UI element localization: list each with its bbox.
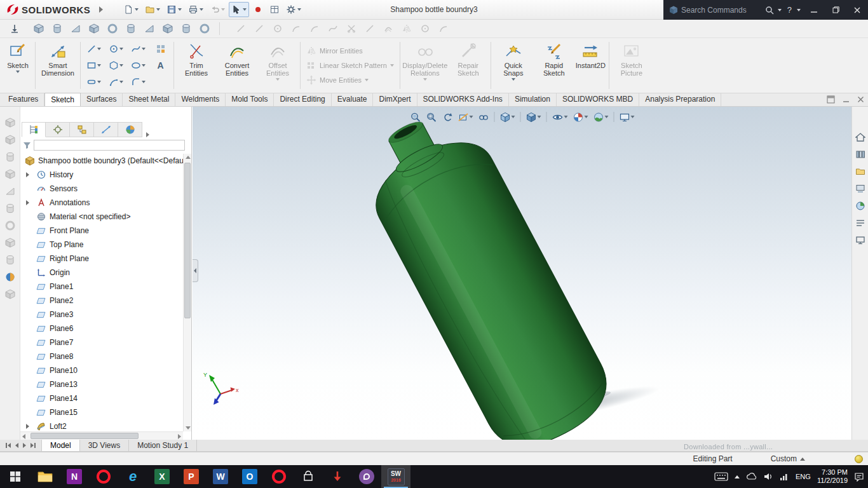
scroll-up-icon[interactable] [186,156,191,159]
tab-surfaces[interactable]: Surfaces [81,93,123,106]
dimxpertmanager-tab[interactable] [94,122,118,137]
panel-collapse-handle[interactable] [193,259,198,282]
record-macro-button[interactable] [250,2,266,17]
featuremanager-tab[interactable] [22,122,46,137]
search-scope-icon[interactable] [668,5,679,15]
slot-tool-button[interactable] [83,74,105,90]
sketch-tool-icon[interactable] [325,21,341,36]
tree-item[interactable]: Plane6 [20,322,183,336]
select-button[interactable] [229,2,249,17]
exit-sketch-button[interactable]: Sketch [3,38,33,93]
feature-tool-icon[interactable] [104,21,121,36]
view-palette-icon[interactable] [853,182,867,195]
propertymanager-tab[interactable] [46,122,70,137]
taskbar-viber[interactable] [352,465,381,488]
open-button[interactable] [142,2,163,17]
rapid-sketch-button[interactable]: Rapid Sketch [534,38,574,93]
unit-system-selector[interactable]: Custom [771,454,805,463]
feature-tool-icon[interactable] [49,21,65,36]
bottle-body[interactable] [347,107,621,440]
tree-item[interactable]: Right Plane [20,252,183,266]
tree-vertical-scrollbar[interactable] [183,154,191,431]
feature-tool-icon[interactable] [86,21,102,36]
tree-horizontal-scrollbar[interactable] [20,431,183,440]
feature-tool-icon[interactable] [159,21,176,36]
text-tool-button[interactable]: A [149,57,172,74]
tab-sketch[interactable]: Sketch [44,93,81,106]
taskbar-word[interactable]: W [206,465,235,488]
convert-entities-button[interactable]: Convert Entities [217,38,257,93]
expand-arrow-icon[interactable] [26,172,29,177]
zoom-to-fit-button[interactable] [408,110,423,124]
minimize-button[interactable] [803,0,825,20]
dropdown-caret-icon[interactable] [604,116,608,118]
sidebar-tool-icon[interactable] [4,117,16,128]
feature-tool-icon[interactable] [67,21,84,36]
sketch-tool-icon[interactable] [233,21,249,36]
tab-sheet-metal[interactable]: Sheet Metal [123,93,175,106]
sketch-tool-icon[interactable] [435,21,452,36]
tree-item[interactable]: Plane8 [20,349,183,363]
tab-direct-editing[interactable]: Direct Editing [274,93,331,106]
undock-ribbon-icon[interactable] [827,95,835,104]
action-center-icon[interactable] [854,472,864,482]
sidebar-tool-icon[interactable] [4,237,16,248]
restore-button[interactable] [825,0,846,20]
expand-arrow-icon[interactable] [26,200,29,205]
edit-appearance-button[interactable] [571,110,590,124]
sketch-tool-icon[interactable] [398,21,415,36]
pane-display-icon[interactable] [853,234,867,247]
fillet-tool-button[interactable] [127,74,149,90]
scroll-left-icon[interactable] [22,434,25,439]
volume-icon[interactable] [764,472,773,481]
next-tab-icon[interactable] [23,443,26,448]
shampoo-bottle-model[interactable]: Y x [193,107,851,440]
mirror-entities-button[interactable]: Mirror Entities [306,45,394,57]
detach-arrow-icon[interactable] [6,21,23,36]
motion-study-tab[interactable]: Motion Study 1 [129,440,197,451]
linear-sketch-pattern-button[interactable]: Linear Sketch Pattern [306,60,394,71]
dropdown-caret-icon[interactable] [469,116,473,118]
sidebar-tool-icon[interactable] [4,186,16,197]
scrollbar-thumb[interactable] [184,163,191,318]
tree-item[interactable]: Sensors [20,182,183,196]
dropdown-caret-icon[interactable] [630,116,634,118]
dropdown-caret-icon[interactable] [276,78,280,81]
offset-entities-button[interactable]: Offset Entities [257,38,298,93]
tab-mold-tools[interactable]: Mold Tools [226,93,274,106]
dropdown-caret-icon[interactable] [511,116,515,118]
configurationmanager-tab[interactable] [70,122,94,137]
tree-item[interactable]: Plane7 [20,336,183,349]
tree-item[interactable]: Origin [20,266,183,280]
settings-gear-button[interactable] [283,2,304,17]
search-dropdown-caret-icon[interactable] [778,9,782,11]
sidebar-tool-icon[interactable] [4,254,16,266]
tree-item[interactable]: Plane1 [20,280,183,294]
taskbar-opera[interactable] [89,465,118,488]
circle-tool-button[interactable] [105,41,127,57]
appearances-icon[interactable] [853,200,867,212]
custom-properties-icon[interactable] [853,217,867,229]
help-dropdown-caret-icon[interactable] [797,9,801,11]
feature-tool-icon[interactable] [141,21,158,36]
ellipse-tool-button[interactable] [127,57,149,74]
design-library-icon[interactable] [853,148,867,161]
tab-solidworks-mbd[interactable]: SOLIDWORKS MBD [557,93,639,106]
tray-overflow-icon[interactable] [735,475,740,478]
dropdown-caret-icon[interactable] [537,116,541,118]
apply-scene-button[interactable] [591,110,610,124]
tree-item[interactable]: Plane10 [20,363,183,377]
sketch-tool-icon[interactable] [306,21,323,36]
panel-tab-overflow-icon[interactable] [146,132,149,137]
taskbar-internet-explorer[interactable]: e [118,465,147,488]
sketch-tool-icon[interactable] [251,21,268,36]
start-button[interactable] [0,465,31,488]
close-pane-icon[interactable] [857,96,864,103]
dropdown-caret-icon[interactable] [423,78,427,81]
help-button[interactable]: ? [785,5,794,15]
scroll-down-icon[interactable] [186,426,191,430]
tree-item[interactable]: Plane3 [20,308,183,322]
sketch-tool-icon[interactable] [343,21,360,36]
displaymanager-tab[interactable] [118,122,142,137]
zoom-to-area-button[interactable] [424,110,438,124]
